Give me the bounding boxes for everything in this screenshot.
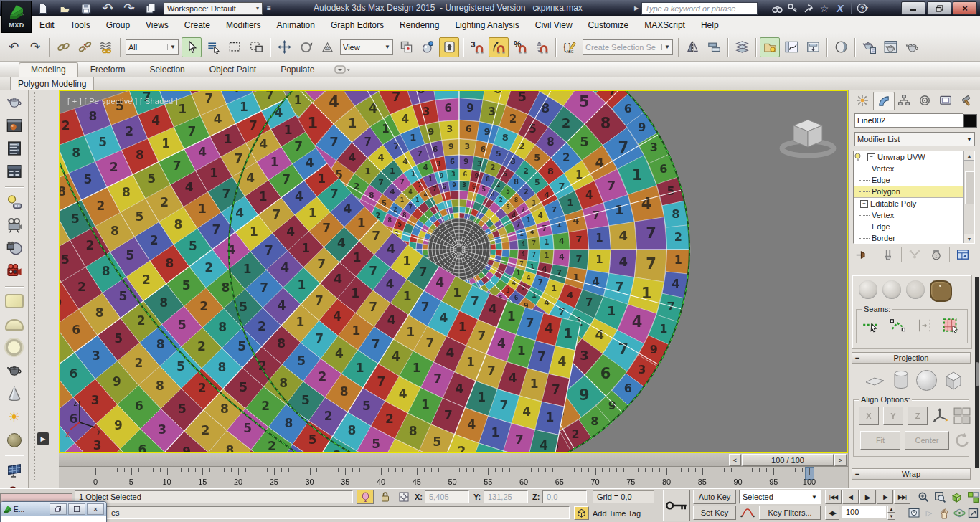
stack-item-editable-poly-4[interactable]: −Editable Poly: [854, 197, 963, 209]
configure-modifier-sets-icon[interactable]: [954, 247, 971, 262]
menu-help[interactable]: Help: [693, 16, 727, 33]
tab-display[interactable]: [936, 92, 956, 109]
edge-to-seam-icon[interactable]: [913, 316, 936, 335]
object-color-swatch[interactable]: [963, 114, 977, 128]
selection-lock-icon[interactable]: [377, 490, 393, 504]
pelt-reset-icon[interactable]: [906, 280, 925, 299]
track-bar[interactable]: [59, 466, 848, 489]
ribbon-tab-modeling[interactable]: Modeling: [19, 62, 78, 77]
named-selection-combo[interactable]: Create Selection Se▼: [583, 39, 673, 55]
tab-hierarchy[interactable]: [894, 92, 914, 109]
menu-graph-editors[interactable]: Graph Editors: [323, 16, 392, 33]
angle-snap-icon[interactable]: [489, 37, 509, 57]
align-to-view-icon[interactable]: [932, 407, 949, 424]
go-to-end-button[interactable]: ▶▶|: [894, 490, 910, 504]
tab-modify[interactable]: [873, 92, 895, 110]
menu-animation[interactable]: Animation: [269, 16, 323, 33]
menu-create[interactable]: Create: [176, 16, 218, 33]
absolute-offset-toggle-icon[interactable]: [396, 490, 412, 504]
walkthrough-icon[interactable]: ▷: [922, 506, 936, 521]
mini-restore-icon[interactable]: [50, 503, 67, 515]
search-binoculars-icon[interactable]: [769, 1, 785, 15]
ribbon-tab-populate[interactable]: Populate: [268, 62, 326, 77]
selection-filter-dropdown[interactable]: All▼: [126, 39, 179, 55]
bulb-controller-icon[interactable]: [4, 194, 24, 210]
menu-rendering[interactable]: Rendering: [392, 16, 447, 33]
orbit-icon[interactable]: [952, 506, 966, 521]
polygon-to-seam-icon[interactable]: [940, 316, 963, 335]
set-key-big-icon[interactable]: [663, 490, 690, 521]
z-coordinate-field[interactable]: 0,0: [542, 490, 587, 503]
ribbon-tab-object-paint[interactable]: Object Paint: [197, 62, 268, 77]
next-frame-button[interactable]: |▶: [877, 490, 893, 504]
stack-scrollbar[interactable]: ▲ ▼: [963, 151, 974, 243]
redo-icon[interactable]: ↷: [25, 37, 45, 57]
menu-lighting-analysis[interactable]: Lighting Analysis: [447, 16, 527, 33]
wrap-rollout-header[interactable]: −Wrap: [852, 468, 971, 480]
collapse-icon[interactable]: −: [860, 200, 868, 208]
center-button[interactable]: Center: [905, 431, 949, 450]
make-unique-icon[interactable]: [906, 247, 923, 262]
zoom-extents-icon[interactable]: [948, 490, 964, 505]
menu-views[interactable]: Views: [138, 16, 176, 33]
viewport-canvas[interactable]: [60, 91, 847, 452]
expand-arrow-icon[interactable]: ▶: [37, 432, 49, 445]
spherical-projection-icon[interactable]: [916, 370, 937, 391]
cylindrical-projection-icon[interactable]: [892, 369, 910, 391]
undo-icon[interactable]: ↶: [4, 37, 24, 57]
point-to-point-seam-icon[interactable]: [887, 316, 910, 335]
favorites-star-icon[interactable]: ☆: [816, 1, 832, 15]
solar-panel-icon[interactable]: [4, 462, 24, 478]
ribbon-overflow-icon[interactable]: [334, 65, 350, 75]
align-x-button[interactable]: X: [859, 407, 879, 425]
align-z-button[interactable]: Z: [908, 407, 928, 425]
fit-button[interactable]: Fit: [860, 431, 900, 450]
auto-key-button[interactable]: Auto Key: [693, 490, 736, 504]
workspace-dropdown[interactable]: Workspace: Default▾ ≡: [164, 1, 275, 15]
sun-icon[interactable]: ☀: [4, 409, 24, 425]
edit-named-selections-icon[interactable]: { }ABC: [560, 37, 580, 57]
tab-motion[interactable]: [915, 92, 935, 109]
ring-light-icon[interactable]: [4, 339, 24, 356]
percent-snap-icon[interactable]: %: [510, 37, 530, 57]
stack-item-edge-2[interactable]: Edge: [854, 174, 963, 186]
close-button[interactable]: ×: [953, 1, 977, 15]
autodesk-exchange-icon[interactable]: X: [832, 1, 848, 15]
dark-teapot-icon[interactable]: [4, 363, 24, 379]
remove-modifier-icon[interactable]: [928, 247, 945, 262]
key-mode-toggle-button[interactable]: ◀▶: [825, 506, 839, 520]
box-projection-icon[interactable]: [943, 369, 964, 391]
edit-seams-icon[interactable]: [860, 316, 883, 335]
curve-editor-icon[interactable]: [781, 37, 801, 57]
window-crossing-icon[interactable]: [246, 37, 266, 57]
reset-icon[interactable]: [953, 432, 971, 449]
workspace-menu-icon[interactable]: ≡: [263, 1, 275, 15]
sphere-icon[interactable]: [4, 432, 24, 448]
key-filters-button[interactable]: Key Filters...: [759, 506, 821, 520]
pelt-sphere-icon-1[interactable]: [859, 280, 877, 299]
quad-grid-icon[interactable]: [953, 407, 971, 424]
material-editor-icon[interactable]: [831, 37, 851, 57]
previous-frame-button[interactable]: ◀|: [842, 490, 859, 504]
set-key-button[interactable]: Set Key: [693, 506, 736, 520]
restore-button[interactable]: [927, 1, 951, 15]
select-rotate-icon[interactable]: [296, 37, 316, 57]
stack-item-polygon-3[interactable]: Polygon: [854, 186, 963, 197]
rendered-frame-window-icon[interactable]: [4, 117, 24, 133]
mixer-panel-icon[interactable]: [4, 163, 24, 180]
current-frame-field[interactable]: 100: [842, 506, 886, 518]
menu-group[interactable]: Group: [98, 16, 138, 33]
stack-item-unwrap-uvw-0[interactable]: −Unwrap UVW: [854, 151, 963, 163]
viewcube[interactable]: [778, 109, 839, 159]
modifier-list-dropdown[interactable]: Modifier List▼: [854, 132, 975, 146]
rect-light-icon[interactable]: [4, 293, 24, 310]
dome-light-icon[interactable]: [4, 316, 24, 333]
time-slider-value[interactable]: 100 / 100: [742, 454, 834, 466]
modifier-enable-bulb-icon[interactable]: [854, 153, 865, 162]
rect-region-icon[interactable]: [225, 37, 245, 57]
planar-projection-icon[interactable]: [860, 371, 886, 389]
stack-item-vertex-1[interactable]: Vertex: [854, 163, 963, 174]
scene-explorer-icon[interactable]: [760, 37, 780, 57]
stereo-camera-icon[interactable]: [4, 263, 24, 280]
go-to-start-button[interactable]: |◀◀: [825, 490, 842, 504]
